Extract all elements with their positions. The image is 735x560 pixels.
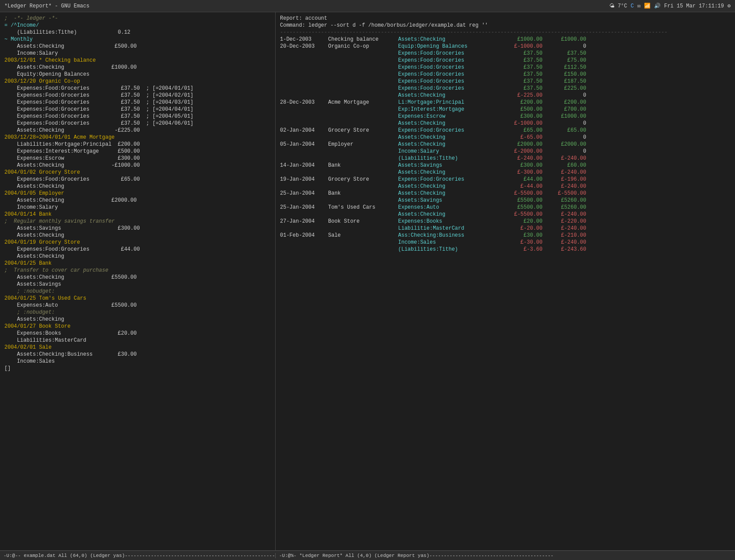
row-amount: £300.00 xyxy=(499,162,542,169)
row-date xyxy=(280,183,328,190)
row-amount: £500.00 xyxy=(499,106,542,113)
report-row: Income:Salary£-2000.000 xyxy=(280,148,731,155)
row-balance: £-5500.00 xyxy=(542,190,586,197)
row-date xyxy=(280,148,328,155)
report-row: 25-Jan-2004Bank Assets:Checking£-5500.00… xyxy=(280,190,731,197)
row-date xyxy=(280,71,328,78)
row-desc xyxy=(328,246,398,253)
report-row: Expenses:Escrow£300.00£1000.00 xyxy=(280,113,731,120)
left-line-58: Liabilities:MasterCard xyxy=(4,337,271,344)
left-line-54: Assets:Checking xyxy=(4,316,271,323)
left-line-15: Expenses:Food:Groceries £37.50 ; [=2004/… xyxy=(4,92,271,99)
editor-container: ; -*- ledger -*-= /^Income/ (Liabilities… xyxy=(0,12,735,550)
row-date xyxy=(280,78,328,85)
report-row: Assets:Checking£-5500.00£-240.00 xyxy=(280,211,731,218)
right-pane[interactable]: Report: account Command: ledger --sort d… xyxy=(276,12,735,550)
row-account: Assets:Checking xyxy=(398,190,499,197)
report-row: Expens:Food:Groceries£37.50£112.50 xyxy=(280,64,731,71)
row-account: Ass:Checking:Business xyxy=(398,232,499,239)
row-desc xyxy=(328,71,398,78)
row-balance: 0 xyxy=(542,43,586,50)
row-desc xyxy=(328,169,398,176)
left-line-17: Expenses:Food:Groceries £37.50 ; [=2004/… xyxy=(4,106,271,113)
report-row: Assets:Checking£-1000.000 xyxy=(280,120,731,127)
row-desc xyxy=(328,50,398,57)
row-balance: £-243.60 xyxy=(542,246,586,253)
row-desc xyxy=(328,239,398,246)
row-desc xyxy=(328,120,398,127)
row-account: Assets:Checking xyxy=(398,211,499,218)
row-balance: £-240.00 xyxy=(542,211,586,218)
row-account: Assets:Checking xyxy=(398,141,499,148)
left-line-23: Liabilities:Mortgage:Principal £200.00 xyxy=(4,141,271,148)
report-row: Assets:Checking£-225.000 xyxy=(280,92,731,99)
row-balance: 0 xyxy=(542,120,586,127)
report-row: 01-Feb-2004Sale Ass:Checking:Business£30… xyxy=(280,232,731,239)
row-balance: £-240.00 xyxy=(542,169,586,176)
row-amount: £-240.00 xyxy=(499,155,542,162)
row-date xyxy=(280,211,328,218)
row-account: Expenses:Auto xyxy=(398,204,499,211)
row-balance: £65.00 xyxy=(542,127,586,134)
left-line-16: Expenses:Food:Groceries £37.50 ; [=2004/… xyxy=(4,99,271,106)
left-line-19: Expenses:Food:Groceries £37.50 ; [=2004/… xyxy=(4,120,271,127)
row-balance: £700.00 xyxy=(542,106,586,113)
row-amount: £37.50 xyxy=(499,50,542,57)
report-row: 02-Jan-2004Grocery Store Expens:Food:Gro… xyxy=(280,127,731,134)
window-title: *Ledger Report* - GNU Emacs xyxy=(4,3,89,9)
row-date xyxy=(280,106,328,113)
row-desc xyxy=(328,197,398,204)
row-account: Expens:Food:Groceries xyxy=(398,50,499,57)
left-line-14: Expenses:Food:Groceries £37.50 ; [=2004/… xyxy=(4,85,271,92)
left-line-13: 2003/12/20 Organic Co-op xyxy=(4,78,271,85)
row-amount: £30.00 xyxy=(499,232,542,239)
left-line-61: Assets:Checking:Business £30.00 xyxy=(4,351,271,358)
row-account: Expens:Food:Groceries xyxy=(398,57,499,64)
left-line-46: ; Transfer to cover car purchase xyxy=(4,267,271,274)
report-row: 20-Dec-2003Organic Co-op Equip:Opening B… xyxy=(280,43,731,50)
left-line-33: Assets:Checking £2000.00 xyxy=(4,197,271,204)
report-row: (Liabilities:Tithe)£-3.60£-243.60 xyxy=(280,246,731,253)
row-date xyxy=(280,169,328,176)
left-line-25: Expenses:Escrow £300.00 xyxy=(4,155,271,162)
report-row: Assets:Checking£-44.00£-240.00 xyxy=(280,183,731,190)
row-desc xyxy=(328,57,398,64)
report-row: Expens:Food:Groceries£37.50£225.00 xyxy=(280,85,731,92)
row-balance: £60.00 xyxy=(542,162,586,169)
report-row: Expens:Food:Groceries£37.50£150.00 xyxy=(280,71,731,78)
left-line-7: Income:Salary xyxy=(4,50,271,57)
row-desc: Book Store xyxy=(328,218,398,225)
status-left: -U:@-- example.dat All (64,0) (Ledger ya… xyxy=(0,553,276,558)
settings-icon[interactable]: ⚙ xyxy=(728,3,731,9)
row-balance: £-240.00 xyxy=(542,239,586,246)
mail-icon: ✉ xyxy=(637,3,640,9)
row-balance: £5260.00 xyxy=(542,204,586,211)
row-date: 20-Dec-2003 xyxy=(280,43,328,50)
row-desc xyxy=(328,85,398,92)
report-header: Report: account Command: ledger --sort d… xyxy=(280,15,731,29)
browser-icon[interactable]: C xyxy=(631,3,634,9)
row-balance: 0 xyxy=(542,92,586,99)
left-line-53: ; :nobudget: xyxy=(4,309,271,316)
left-line-6: Assets:Checking £500.00 xyxy=(4,43,271,50)
row-balance: £225.00 xyxy=(542,85,586,92)
row-amount: £-30.00 xyxy=(499,239,542,246)
left-line-49: ; :nobudget: xyxy=(4,288,271,295)
row-amount: £5500.00 xyxy=(499,204,542,211)
row-desc: Employer xyxy=(328,141,398,148)
left-pane[interactable]: ; -*- ledger -*-= /^Income/ (Liabilities… xyxy=(0,12,276,550)
report-row: 27-Jan-2004Book Store Expenses:Books£20.… xyxy=(280,218,731,225)
row-account: Expens:Food:Groceries xyxy=(398,78,499,85)
row-account: Li:Mortgage:Principal xyxy=(398,99,499,106)
row-account: Expens:Food:Groceries xyxy=(398,176,499,183)
row-balance: £-240.00 xyxy=(542,183,586,190)
row-desc xyxy=(328,64,398,71)
row-account: Assets:Checking xyxy=(398,183,499,190)
row-desc xyxy=(328,211,398,218)
report-row: Exp:Interest:Mortgage£500.00£700.00 xyxy=(280,106,731,113)
row-date: 25-Jan-2004 xyxy=(280,204,328,211)
row-amount: £-1000.00 xyxy=(499,43,542,50)
row-date xyxy=(280,50,328,57)
row-balance: £112.50 xyxy=(542,64,586,71)
left-line-48: Assets:Savings xyxy=(4,281,271,288)
